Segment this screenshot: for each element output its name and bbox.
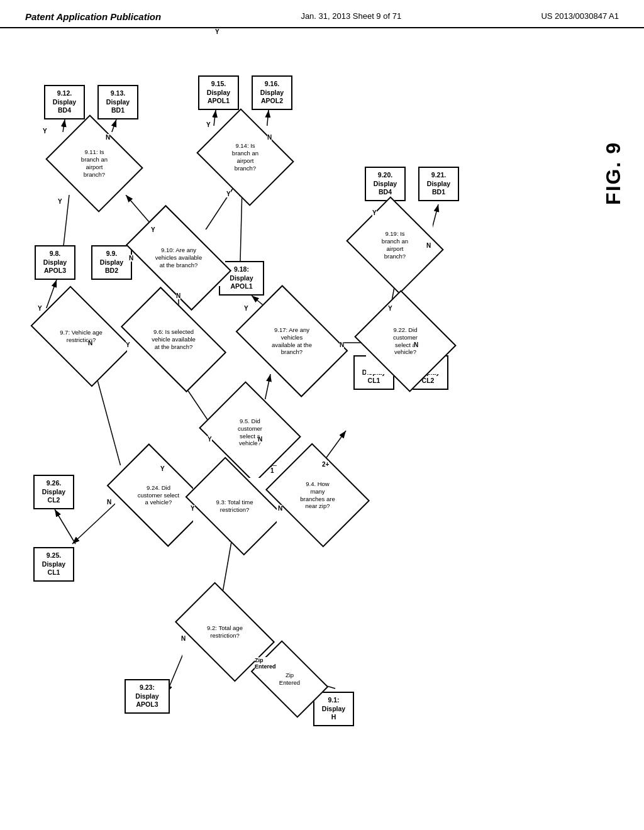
label-y-917-apol1: Y (244, 305, 248, 312)
label-y-97-apol3: Y (38, 305, 42, 312)
diamond-910: 9.10: Are anyvehicles availableat the br… (132, 230, 225, 286)
label-n-922-cl2: N (414, 341, 418, 348)
box-920: 9.20.DisplayBD4 (365, 167, 406, 201)
label-z-911-bd1: N (106, 134, 110, 141)
svg-line-17 (55, 509, 75, 544)
figure-label: FIG. 9 (602, 141, 625, 205)
label-n-97-right: N (88, 340, 92, 346)
diamond-93: 9.3: Total timerestriction? (193, 478, 276, 534)
label-n-917-right: N (340, 341, 344, 348)
label-n-92: N (181, 635, 186, 642)
box-912: 9.12.DisplayBD4 (44, 85, 85, 119)
diamond-919: 9.19: Isbranch anairportbranch? (357, 214, 433, 277)
header-date-sheet: Jan. 31, 2013 Sheet 9 of 71 (301, 11, 401, 21)
box-923-apol3: 9.23:DisplayAPOL3 (125, 679, 170, 714)
box-98: 9.8.DisplayAPOL3 (35, 245, 75, 280)
diamond-922: 9.22. Didcustomerselect avehicle? (366, 308, 445, 374)
svg-line-26 (214, 110, 216, 126)
label-y-919-bd4: Y (372, 209, 377, 216)
box-913: 9.13.DisplayBD1 (97, 85, 138, 119)
label-n-919-bd1: N (426, 242, 431, 249)
diamond-917: 9.17: Are anyvehiclesavailable at thebra… (245, 308, 338, 374)
label-y-92: Y (215, 28, 219, 35)
header-publication-title: Patent Application Publication (25, 11, 161, 22)
diamond-97: 9.7: Vehicle agerestriction? (38, 308, 125, 365)
label-n-93: N (278, 505, 282, 512)
label-y-922-up: Y (388, 305, 392, 312)
svg-line-25 (240, 189, 242, 261)
diamond-92: 9.2: Total agerestriction? (182, 604, 267, 660)
box-925: 9.25.DisplayCL1 (33, 547, 74, 582)
box-915: 9.15.DisplayAPOL1 (198, 75, 239, 110)
label-n-924: N (107, 499, 111, 506)
label-2plus-94: 2+ (322, 461, 329, 468)
label-y-96-left: Y (126, 341, 130, 348)
box-926: 9.26.DisplayCL2 (33, 475, 74, 509)
label-n-910-bd2: N (129, 255, 133, 262)
label-n-95-right: N (258, 436, 262, 443)
label-y-911-down: Y (58, 198, 62, 205)
box-916: 9.16.DisplayAPOL2 (252, 75, 292, 110)
diamond-95: 9.5. Didcustomerselect avehicle? (211, 399, 289, 465)
label-y-910-up: Y (151, 226, 155, 233)
label-y-924: Y (160, 465, 165, 472)
diamond-96: 9.6: Is selectedvehicle availableat the … (127, 311, 220, 368)
diamond-94: 9.4. Howmanybranches arenear zip? (277, 462, 358, 528)
label-y-911-bd4: Y (43, 128, 47, 135)
label-y-914-down: Y (226, 191, 231, 197)
label-zip-entered: ZipEntered (255, 657, 276, 670)
label-y-95-left: Y (208, 436, 212, 443)
label-y-914-apol1: Y (206, 121, 211, 128)
box-921: 9.21.DisplayBD1 (418, 167, 459, 201)
label-y-93: Y (191, 505, 195, 512)
svg-line-20 (63, 119, 65, 132)
diagram-area: FIG. 9 (0, 28, 644, 821)
header-patent-number: US 2013/0030847 A1 (541, 11, 619, 21)
label-1-94: 1 (270, 467, 274, 474)
label-n-96-up: N (176, 292, 180, 299)
box-99: 9.9.DisplayBD2 (91, 245, 132, 280)
diamond-911: 9.11: Isbranch anairportbranch? (57, 132, 132, 195)
page-header: Patent Application Publication Jan. 31, … (0, 0, 644, 28)
label-n-914-apol2: N (267, 134, 272, 141)
